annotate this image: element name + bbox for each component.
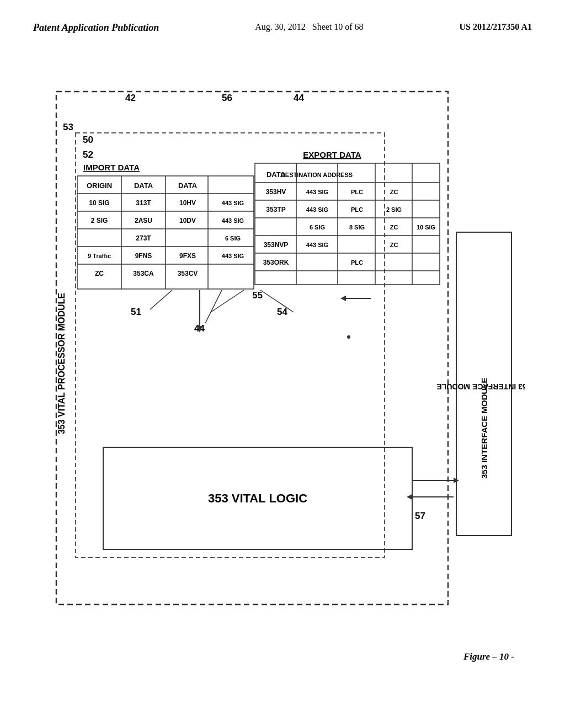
svg-text:353 VITAL LOGIC: 353 VITAL LOGIC — [208, 491, 307, 505]
svg-text:ZC: ZC — [390, 242, 398, 248]
svg-text:443 SIG: 443 SIG — [306, 242, 328, 248]
svg-text:50: 50 — [83, 135, 93, 145]
svg-text:55: 55 — [252, 290, 263, 301]
svg-text:443 SIG: 443 SIG — [306, 189, 328, 195]
patent-label: Patent Application Publication — [33, 22, 159, 34]
svg-text:PLC: PLC — [351, 189, 363, 195]
svg-text:443 SIG: 443 SIG — [222, 200, 244, 206]
svg-text:6 SIG: 6 SIG — [225, 235, 241, 242]
svg-marker-82 — [407, 494, 412, 500]
svg-text:ZC: ZC — [390, 189, 398, 195]
svg-text:9 Traffic: 9 Traffic — [88, 253, 111, 259]
svg-text:DATA: DATA — [178, 181, 198, 190]
svg-text:DESTINATION ADDRESS: DESTINATION ADDRESS — [281, 172, 353, 178]
svg-text:EXPORT DATA: EXPORT DATA — [303, 150, 361, 159]
svg-text:353CV: 353CV — [178, 270, 198, 277]
svg-rect-1 — [76, 133, 385, 558]
svg-text:10 SIG: 10 SIG — [417, 224, 435, 231]
main-content: IMPORT DATA ORIGIN DATA DATA 1 — [0, 45, 565, 684]
svg-rect-64 — [103, 447, 412, 549]
svg-text:6 SIG: 6 SIG — [310, 224, 325, 231]
svg-text:2 SIG: 2 SIG — [91, 217, 108, 224]
svg-text:9FXS: 9FXS — [179, 252, 196, 260]
vital-processor-label: 353 VITAL PROCESSOR MODULE — [56, 293, 92, 434]
svg-text:353HV: 353HV — [266, 188, 286, 196]
svg-text:9FNS: 9FNS — [135, 252, 152, 260]
svg-text:273T: 273T — [136, 234, 151, 242]
svg-text:PLC: PLC — [351, 259, 363, 266]
diagram-container: IMPORT DATA ORIGIN DATA DATA 1 — [40, 61, 525, 668]
sheet-label: Sheet 10 of 68 — [312, 22, 364, 31]
svg-text:DATA: DATA — [134, 181, 153, 190]
svg-text:10HV: 10HV — [179, 199, 196, 207]
header-center: Aug. 30, 2012 Sheet 10 of 68 — [255, 22, 363, 32]
svg-rect-33 — [255, 163, 440, 285]
svg-text:44: 44 — [194, 323, 205, 334]
svg-text:353ORK: 353ORK — [263, 259, 289, 266]
svg-line-90 — [205, 290, 222, 323]
svg-text:57: 57 — [415, 511, 425, 521]
header: Patent Application Publication Aug. 30, … — [0, 0, 565, 45]
svg-text:ZC: ZC — [390, 224, 398, 231]
figure-label: Figure – 10 - — [463, 651, 514, 662]
svg-point-91 — [347, 335, 350, 339]
svg-text:443 SIG: 443 SIG — [306, 206, 328, 213]
svg-text:353NVP: 353NVP — [264, 241, 289, 249]
svg-text:313T: 313T — [136, 199, 151, 207]
svg-text:52: 52 — [83, 149, 93, 160]
svg-text:ZC: ZC — [95, 270, 104, 277]
svg-text:DATA: DATA — [266, 170, 286, 179]
svg-line-89 — [150, 290, 172, 309]
date-label: Aug. 30, 2012 — [255, 22, 306, 31]
svg-text:10DV: 10DV — [179, 217, 196, 224]
page: Patent Application Publication Aug. 30, … — [0, 0, 565, 728]
svg-text:8 SIG: 8 SIG — [349, 224, 365, 231]
diagram-svg: IMPORT DATA ORIGIN DATA DATA 1 — [40, 61, 525, 668]
svg-text:353TP: 353TP — [266, 206, 285, 213]
svg-marker-86 — [197, 326, 202, 333]
svg-text:44: 44 — [294, 93, 304, 103]
svg-text:56: 56 — [222, 93, 232, 103]
svg-text:PLC: PLC — [351, 206, 363, 213]
interface-module-label: 353 INTERFACE MODULE — [458, 282, 510, 574]
svg-text:353CA: 353CA — [133, 270, 154, 277]
patent-number: US 2012/217350 A1 — [459, 22, 532, 32]
svg-text:ORIGIN: ORIGIN — [87, 181, 112, 190]
svg-text:51: 51 — [131, 307, 141, 317]
svg-marker-84 — [340, 296, 346, 301]
svg-text:2 SIG: 2 SIG — [386, 206, 402, 213]
svg-line-88 — [211, 290, 244, 312]
svg-text:10 SIG: 10 SIG — [89, 199, 109, 207]
svg-rect-0 — [56, 92, 448, 604]
svg-text:IMPORT DATA: IMPORT DATA — [83, 163, 140, 172]
svg-text:443 SIG: 443 SIG — [222, 253, 244, 259]
svg-text:53: 53 — [63, 122, 73, 132]
svg-line-87 — [260, 290, 294, 312]
svg-rect-3 — [77, 176, 254, 289]
svg-text:2ASU: 2ASU — [135, 217, 152, 224]
svg-text:42: 42 — [125, 93, 136, 103]
svg-text:443 SIG: 443 SIG — [222, 217, 244, 224]
svg-text:54: 54 — [277, 307, 287, 317]
